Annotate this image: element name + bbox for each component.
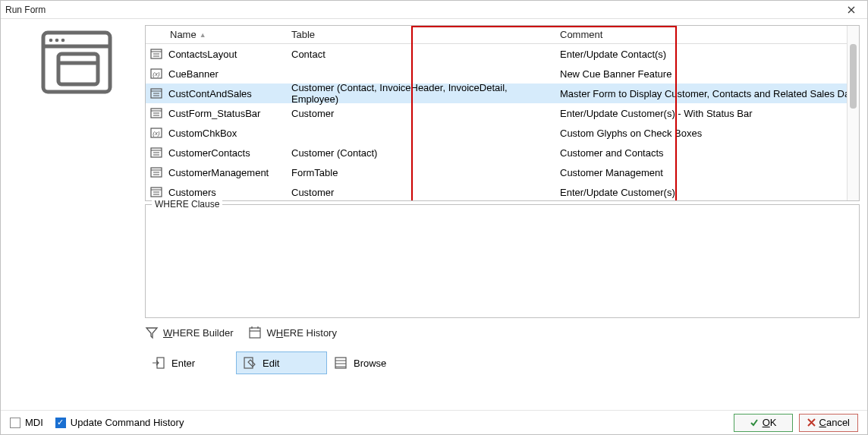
cell-name: CustomerContacts [167,147,288,159]
upper-row: Name▲ Table Comment ContactsLayoutContac… [8,25,860,374]
svg-point-2 [55,39,59,43]
cell-table: Customer (Contact) [288,147,554,159]
table-row[interactable]: ContactsLayoutContactEnter/Update Contac… [146,44,859,64]
cancel-button[interactable]: Cancel [799,414,858,432]
ok-button[interactable]: OK [734,414,793,432]
cell-comment: Custom Glyphs on Check Boxes [554,128,859,139]
content-area: Name▲ Table Comment ContactsLayoutContac… [1,19,867,410]
cell-comment: Master Form to Display Customer, Contact… [554,88,859,99]
vertical-scrollbar[interactable] [847,26,859,200]
form-icon [146,167,167,178]
checkbox-icon [10,418,20,428]
cell-comment: Enter/Update Customer(s) - With Status B… [554,108,859,119]
table-row[interactable]: CustomerContactsCustomer (Contact)Custom… [146,143,859,162]
cell-name: CustomerManagement [167,167,288,178]
form-large-icon [40,30,113,95]
cell-comment: Enter/Update Contact(s) [554,49,859,60]
column-header-table[interactable]: Table [288,29,554,40]
cell-table: FormTable [288,167,554,178]
calendar-icon [248,326,262,339]
form-icon [146,147,167,158]
where-history-button[interactable]: WHERE History [248,326,336,339]
scroll-thumb[interactable] [850,44,857,109]
table-row[interactable]: CustomersCustomerEnter/Update Customer(s… [146,182,859,201]
table-row[interactable]: (x)CueBannerNew Cue Banner Feature [146,64,859,84]
column-header-name[interactable]: Name▲ [167,29,288,40]
enter-icon [152,356,165,370]
close-button[interactable] [848,6,863,14]
where-tools-row: WHERE Builder WHERE History [145,323,860,342]
cell-name: CustContAndSales [167,88,288,99]
mode-browse-button[interactable]: Browse [327,351,418,374]
sort-asc-icon: ▲ [200,31,206,39]
run-form-window: Run Form Name▲ Tabl [0,0,868,435]
where-builder-button[interactable]: WHERE Builder [145,326,233,339]
titlebar: Run Form [1,1,867,19]
form-icon [146,49,167,59]
fx-icon: (x) [146,128,167,138]
cell-table: Customer [288,108,554,119]
cell-table: Customer [288,187,554,198]
cell-name: CustForm_StatusBar [167,108,288,119]
table-row[interactable]: (x)CustomChkBoxCustom Glyphs on Check Bo… [146,123,859,143]
checkbox-icon: ✓ [55,418,66,428]
cell-comment: Customer and Contacts [554,147,859,159]
grid-body: ContactsLayoutContactEnter/Update Contac… [146,44,859,201]
where-clause-group: WHERE Clause [145,204,860,318]
cell-comment: New Cue Banner Feature [554,68,859,80]
cell-table: Contact [288,49,554,60]
where-clause-input[interactable] [146,205,859,317]
mdi-checkbox[interactable]: MDI [10,417,43,428]
browse-icon [334,356,348,370]
mode-edit-button[interactable]: Edit [236,351,327,374]
fx-icon: (x) [146,68,167,79]
main-column: Name▲ Table Comment ContactsLayoutContac… [145,25,860,374]
form-icon [146,187,167,197]
forms-grid[interactable]: Name▲ Table Comment ContactsLayoutContac… [145,25,860,201]
column-header-comment[interactable]: Comment [554,29,859,40]
check-icon [750,418,759,427]
update-history-checkbox[interactable]: ✓ Update Command History [55,417,184,428]
mode-enter-button[interactable]: Enter [145,351,236,374]
cell-name: CustomChkBox [167,128,288,139]
statusbar: MDI ✓ Update Command History OK Cancel [1,410,867,434]
svg-text:(x): (x) [153,71,160,77]
svg-rect-35 [250,328,260,338]
svg-text:(x): (x) [153,130,160,137]
grid-header: Name▲ Table Comment [146,26,859,44]
table-row[interactable]: CustomerManagementFormTableCustomer Mana… [146,162,859,182]
mode-row: Enter Edit Browse [145,351,860,374]
dialog-icon-column [8,25,145,374]
where-clause-legend: WHERE Clause [152,199,222,210]
cell-name: CueBanner [167,68,288,80]
svg-point-1 [49,39,53,43]
close-icon [848,6,855,14]
cell-comment: Customer Management [554,167,859,178]
cell-comment: Enter/Update Customer(s) [554,187,859,198]
table-row[interactable]: CustContAndSalesCustomer (Contact, Invoi… [146,84,859,103]
cell-table: Customer (Contact, InvoiceHeader, Invoic… [288,82,554,105]
funnel-icon [145,326,159,339]
form-icon [146,88,167,99]
svg-rect-5 [58,54,98,84]
form-icon [146,108,167,118]
table-row[interactable]: CustForm_StatusBarCustomerEnter/Update C… [146,103,859,123]
cell-name: Customers [167,187,288,198]
window-title: Run Form [5,5,848,15]
x-icon [807,418,816,427]
svg-point-3 [61,39,65,43]
cell-name: ContactsLayout [167,49,288,60]
edit-icon [243,356,256,370]
